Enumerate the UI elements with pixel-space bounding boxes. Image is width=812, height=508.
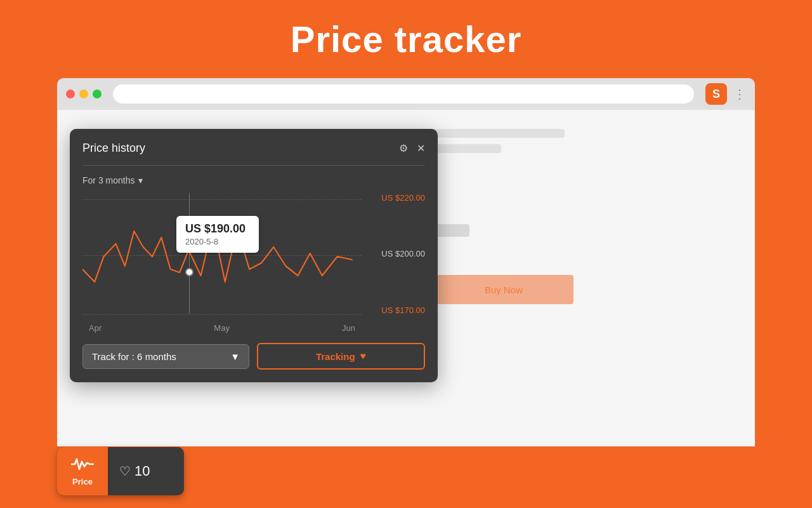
price-history-card: Price history ⚙ ✕ For 3 months ▾ bbox=[70, 129, 438, 382]
card-footer: Track for : 6 months ▼ Tracking ♥ bbox=[82, 343, 425, 370]
period-chevron-icon: ▾ bbox=[138, 175, 143, 185]
x-label-may: May bbox=[214, 323, 230, 333]
settings-icon[interactable]: ⚙ bbox=[399, 142, 408, 154]
x-label-jun: Jun bbox=[342, 323, 355, 333]
menu-dots-icon[interactable]: ⋮ bbox=[733, 86, 746, 102]
shopee-icon[interactable]: S bbox=[705, 83, 727, 105]
browser-url-bar[interactable] bbox=[113, 84, 694, 104]
chart-area: US $190.00 2020-5-8 US $220.00 US $200.0… bbox=[82, 193, 425, 333]
buy-now-button[interactable]: Buy Now bbox=[434, 275, 573, 304]
dot-green[interactable] bbox=[93, 90, 102, 98]
price-chart-svg bbox=[82, 193, 362, 314]
page-title: Price tracker bbox=[0, 0, 812, 78]
widget-chart-icon bbox=[71, 457, 94, 474]
tooltip-date: 2020-5-8 bbox=[185, 237, 250, 246]
widget-likes-count: 10 bbox=[134, 463, 150, 479]
browser-chrome: S ⋮ bbox=[57, 78, 755, 110]
widget-price-label: Price bbox=[72, 477, 93, 486]
chart-highlight-dot bbox=[185, 268, 193, 276]
dot-red[interactable] bbox=[66, 90, 75, 98]
y-label-low: US $170.00 bbox=[381, 305, 425, 315]
period-selector-button[interactable]: For 3 months ▾ bbox=[82, 175, 143, 185]
widget-price-icon: Price bbox=[57, 447, 108, 495]
close-icon[interactable]: ✕ bbox=[417, 142, 425, 154]
widget-likes: ♡ 10 bbox=[108, 463, 161, 479]
track-chevron-icon: ▼ bbox=[230, 351, 240, 362]
browser-content: 0.00 to cart Buy Now Price history ⚙ ✕ F… bbox=[57, 110, 755, 446]
chart-tooltip: US $190.00 2020-5-8 bbox=[176, 216, 259, 253]
track-period-button[interactable]: Track for : 6 months ▼ bbox=[82, 344, 249, 369]
x-axis-labels: Apr May Jun bbox=[82, 323, 362, 333]
grid-line-low bbox=[82, 314, 362, 315]
widget-heart-icon: ♡ bbox=[119, 464, 131, 479]
track-period-label: Track for : 6 months bbox=[92, 351, 176, 362]
card-header: Price history ⚙ ✕ bbox=[82, 142, 425, 155]
card-divider bbox=[82, 165, 425, 166]
y-label-high: US $220.00 bbox=[381, 193, 425, 203]
tracking-button[interactable]: Tracking ♥ bbox=[257, 343, 425, 370]
y-label-mid: US $200.00 bbox=[381, 249, 425, 258]
browser-icons: S ⋮ bbox=[705, 83, 746, 105]
dot-yellow[interactable] bbox=[79, 90, 88, 98]
period-selector-label: For 3 months bbox=[82, 175, 134, 185]
tooltip-price: US $190.00 bbox=[185, 222, 250, 236]
card-title: Price history bbox=[82, 142, 145, 155]
tracking-button-label: Tracking bbox=[316, 351, 355, 362]
tracking-heart-icon: ♥ bbox=[360, 351, 367, 362]
chart-highlight-line bbox=[189, 193, 190, 314]
browser-dots bbox=[66, 90, 102, 98]
card-header-icons: ⚙ ✕ bbox=[399, 142, 425, 154]
x-label-apr: Apr bbox=[89, 323, 102, 333]
bottom-widget[interactable]: Price ♡ 10 bbox=[57, 447, 184, 495]
